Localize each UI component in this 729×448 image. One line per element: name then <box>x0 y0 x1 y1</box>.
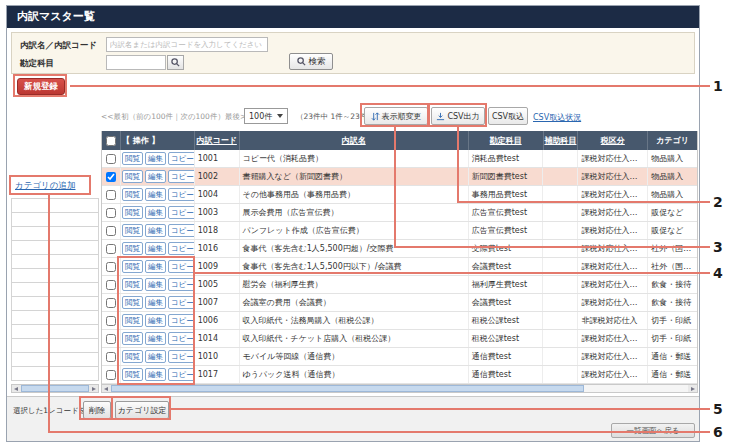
view-button[interactable]: 閲覧 <box>122 152 143 166</box>
edit-button[interactable]: 編集 <box>145 242 166 256</box>
scroll-right-arrow-icon[interactable] <box>89 385 98 392</box>
view-button[interactable]: 閲覧 <box>122 206 143 220</box>
sidebar-category-item[interactable] <box>11 213 99 227</box>
back-to-list-button[interactable]: 一覧画面へ戻る <box>611 423 695 438</box>
row-checkbox[interactable] <box>106 316 116 326</box>
edit-button[interactable]: 編集 <box>145 224 166 238</box>
sidebar-category-item[interactable] <box>11 311 99 325</box>
select-all-checkbox[interactable] <box>106 136 116 146</box>
view-button[interactable]: 閲覧 <box>122 170 143 184</box>
edit-button[interactable]: 編集 <box>145 152 166 166</box>
edit-button[interactable]: 編集 <box>145 332 166 346</box>
account-lookup-button[interactable] <box>167 55 184 70</box>
sub-account-cell <box>543 276 578 293</box>
account-input[interactable] <box>106 55 166 70</box>
edit-button[interactable]: 編集 <box>145 350 166 364</box>
scroll-left-arrow-icon[interactable] <box>102 385 111 392</box>
scrollbar-thumb[interactable] <box>111 385 584 392</box>
copy-button[interactable]: コピー <box>168 224 195 238</box>
delete-button[interactable]: 削除 <box>83 401 111 419</box>
copy-button[interactable]: コピー <box>168 332 195 346</box>
copy-button[interactable]: コピー <box>168 368 195 382</box>
view-button[interactable]: 閲覧 <box>122 368 143 382</box>
csv-export-button[interactable]: CSV出力 <box>431 107 485 125</box>
csv-import-status-link[interactable]: CSV取込状況 <box>533 112 581 123</box>
sidebar-category-item[interactable] <box>11 353 99 367</box>
tax-cell: 課税対応仕入… <box>578 222 648 239</box>
new-registration-button[interactable]: 新規登録 <box>17 78 65 95</box>
row-checkbox[interactable] <box>106 262 116 272</box>
category-setting-button[interactable]: カテゴリ設定 <box>115 401 169 419</box>
sidebar-horizontal-scrollbar[interactable] <box>11 384 99 393</box>
view-button[interactable]: 閲覧 <box>122 296 143 310</box>
copy-button[interactable]: コピー <box>168 188 195 202</box>
tax-cell: 課税対応仕入… <box>578 204 648 221</box>
row-checkbox[interactable] <box>106 244 116 254</box>
scroll-right-arrow-icon[interactable] <box>688 385 697 392</box>
sidebar-category-item[interactable] <box>11 255 99 269</box>
page-size-select[interactable]: 100件 <box>244 108 288 124</box>
breakdown-code-cell: 1003 <box>195 204 240 221</box>
scrollbar-thumb[interactable] <box>21 385 89 392</box>
row-checkbox[interactable] <box>106 190 116 200</box>
edit-button[interactable]: 編集 <box>145 314 166 328</box>
scroll-left-arrow-icon[interactable] <box>12 385 21 392</box>
copy-button[interactable]: コピー <box>168 260 195 274</box>
copy-button[interactable]: コピー <box>168 170 195 184</box>
row-checkbox[interactable] <box>106 280 116 290</box>
edit-button[interactable]: 編集 <box>145 188 166 202</box>
sidebar-category-item[interactable] <box>11 325 99 339</box>
row-checkbox[interactable] <box>106 172 116 182</box>
edit-button[interactable]: 編集 <box>145 278 166 292</box>
name-code-input[interactable] <box>106 37 268 52</box>
sidebar-category-item[interactable] <box>11 241 99 255</box>
edit-button[interactable]: 編集 <box>145 368 166 382</box>
name-column-header[interactable]: 内訳名 <box>240 131 469 150</box>
sidebar-category-item[interactable] <box>11 283 99 297</box>
sidebar-category-item[interactable] <box>11 269 99 283</box>
edit-button[interactable]: 編集 <box>145 206 166 220</box>
copy-button[interactable]: コピー <box>168 152 195 166</box>
view-button[interactable]: 閲覧 <box>122 350 143 364</box>
view-button[interactable]: 閲覧 <box>122 314 143 328</box>
account-column-header[interactable]: 勘定科目 <box>469 131 544 150</box>
category-cell: 切手・印紙 <box>648 330 697 347</box>
copy-button[interactable]: コピー <box>168 206 195 220</box>
sub-account-column-header[interactable]: 補助科目 <box>544 131 579 150</box>
view-button[interactable]: 閲覧 <box>122 224 143 238</box>
view-button[interactable]: 閲覧 <box>122 242 143 256</box>
row-checkbox[interactable] <box>106 154 116 164</box>
tax-column-header[interactable]: 税区分 <box>578 131 648 150</box>
sidebar-category-item[interactable] <box>11 367 99 381</box>
sidebar-category-item[interactable] <box>11 199 99 213</box>
view-button[interactable]: 閲覧 <box>122 260 143 274</box>
csv-import-button[interactable]: CSV取込 <box>488 107 528 125</box>
sidebar-category-item[interactable] <box>11 227 99 241</box>
tax-cell: 課税対応仕入… <box>578 366 648 383</box>
sort-order-button[interactable]: 表示順変更 <box>364 107 428 125</box>
sidebar-category-item[interactable] <box>11 297 99 311</box>
row-checkbox[interactable] <box>106 352 116 362</box>
view-button[interactable]: 閲覧 <box>122 332 143 346</box>
edit-button[interactable]: 編集 <box>145 170 166 184</box>
table-body: 閲覧 編集 コピー 1001 コピー代（消耗品費） 消耗品費test 課税対応仕… <box>102 150 697 384</box>
copy-button[interactable]: コピー <box>168 314 195 328</box>
sidebar-category-item[interactable] <box>11 339 99 353</box>
row-checkbox[interactable] <box>106 334 116 344</box>
copy-button[interactable]: コピー <box>168 296 195 310</box>
view-button[interactable]: 閲覧 <box>122 278 143 292</box>
code-column-header[interactable]: 内訳コード <box>195 131 240 150</box>
row-checkbox[interactable] <box>106 370 116 380</box>
edit-button[interactable]: 編集 <box>145 296 166 310</box>
row-checkbox[interactable] <box>106 226 116 236</box>
view-button[interactable]: 閲覧 <box>122 188 143 202</box>
copy-button[interactable]: コピー <box>168 242 195 256</box>
copy-button[interactable]: コピー <box>168 278 195 292</box>
table-horizontal-scrollbar[interactable] <box>101 384 698 393</box>
add-category-link[interactable]: カテゴリの追加 <box>15 180 76 192</box>
row-checkbox[interactable] <box>106 208 116 218</box>
edit-button[interactable]: 編集 <box>145 260 166 274</box>
row-checkbox[interactable] <box>106 298 116 308</box>
search-button[interactable]: 検索 <box>289 53 333 70</box>
copy-button[interactable]: コピー <box>168 350 195 364</box>
